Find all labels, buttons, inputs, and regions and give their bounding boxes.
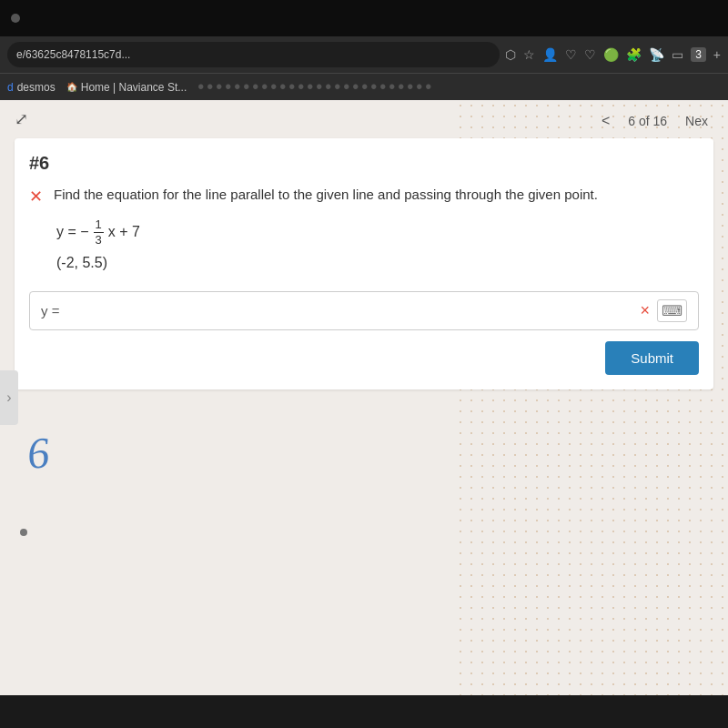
answer-input[interactable]: [66, 303, 632, 318]
next-page-button[interactable]: Nex: [680, 110, 713, 132]
camera-dot: [11, 14, 20, 23]
bookmarks-bar: d desmos 🏠 Home | Naviance St... •••••••…: [0, 73, 728, 100]
incorrect-mark: ✕: [29, 187, 43, 207]
bookmark-naviance[interactable]: 🏠 Home | Naviance St...: [66, 81, 187, 94]
cast-icon[interactable]: 📡: [649, 47, 664, 62]
question-card: #6 ✕ Find the equation for the line para…: [15, 138, 713, 389]
address-bar[interactable]: e/63625c8478115c7d...: [7, 42, 500, 67]
share-icon[interactable]: ⬡: [505, 47, 516, 62]
left-dot: [20, 529, 27, 536]
tablet-icon[interactable]: ▭: [672, 47, 683, 62]
address-bar-row: e/63625c8478115c7d... ⬡ ☆ 👤 ♡ ♡ 🟢 🧩 📡 ▭ …: [0, 36, 728, 73]
question-header: ✕ Find the equation for the line paralle…: [29, 185, 699, 207]
answer-input-row: y = × ⌨: [29, 291, 699, 330]
left-arrow-handle[interactable]: ›: [0, 370, 18, 425]
profile-icon[interactable]: 👤: [542, 47, 558, 62]
question-number: #6: [29, 153, 699, 174]
prev-page-button[interactable]: <: [596, 109, 615, 133]
star-icon[interactable]: ☆: [523, 47, 535, 62]
math-content: y = − 1 3 x + 7 (-2, 5.5): [56, 217, 699, 277]
desmos-icon: d: [7, 81, 14, 94]
equation-rest: x + 7: [108, 219, 140, 246]
point-line: (-2, 5.5): [56, 250, 699, 277]
url-text: e/63625c8478115c7d...: [16, 48, 130, 61]
new-tab-icon[interactable]: +: [713, 47, 721, 62]
equation-y: y = −: [56, 219, 89, 246]
bookmark-desmos[interactable]: d desmos: [7, 81, 56, 94]
y-equals-label: y =: [41, 303, 59, 318]
puzzle-icon[interactable]: 🧩: [626, 47, 642, 62]
clear-icon[interactable]: ×: [640, 301, 650, 320]
submit-row: Submit: [29, 341, 699, 375]
dots-row: ••••••••••••••••••••••••••: [197, 76, 721, 97]
browser-nav-icons: ⬡ ☆ 👤 ♡ ♡ 🟢 🧩 📡 ▭ 3 +: [505, 47, 721, 62]
submit-button[interactable]: Submit: [605, 341, 699, 375]
naviance-icon: 🏠: [66, 82, 77, 92]
page-indicator: 6 of 16: [622, 114, 672, 128]
top-bar: [0, 0, 728, 36]
heart-icon-2[interactable]: ♡: [584, 47, 596, 62]
expand-icon[interactable]: ⤢: [15, 109, 28, 129]
keyboard-icon[interactable]: ⌨: [657, 299, 687, 322]
equation-line: y = − 1 3 x + 7: [56, 217, 699, 247]
green-circle-icon[interactable]: 🟢: [603, 47, 619, 62]
point-value: (-2, 5.5): [56, 250, 107, 277]
heart-icon-1[interactable]: ♡: [565, 47, 577, 62]
fraction: 1 3: [94, 217, 104, 247]
main-content: › 6 ⤢ < 6 of 16 Nex #6 ✕ Find the equati…: [0, 100, 728, 695]
tab-count[interactable]: 3: [691, 47, 706, 62]
handwritten-number: 6: [25, 427, 52, 479]
fraction-numerator: 1: [94, 217, 104, 233]
answer-area: y = × ⌨ Submit: [29, 291, 699, 375]
bookmark-desmos-label: desmos: [17, 81, 56, 94]
left-arrow-icon: ›: [6, 389, 11, 406]
question-text: Find the equation for the line parallel …: [54, 185, 598, 206]
content-nav: ⤢ < 6 of 16 Nex: [0, 100, 728, 138]
fraction-denominator: 3: [94, 233, 104, 248]
bookmark-naviance-label: Home | Naviance St...: [81, 81, 187, 94]
